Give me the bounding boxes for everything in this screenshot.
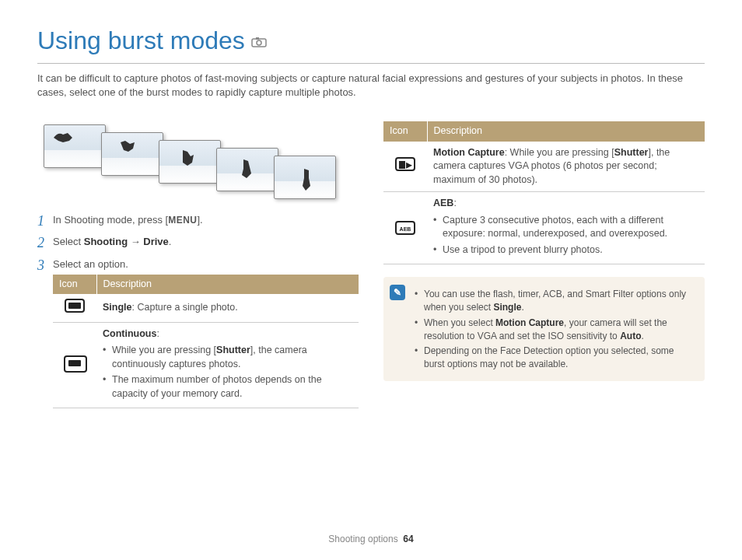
page-footer: Shooting options 64 bbox=[0, 533, 742, 546]
step-3: Select an option. Icon Description Singl… bbox=[37, 257, 359, 409]
left-column: In Shooting mode, press [MENU]. Select S… bbox=[37, 118, 359, 416]
table-row: Single: Capture a single photo. bbox=[53, 294, 359, 322]
table-row: Motion Capture: While you are pressing [… bbox=[383, 142, 705, 192]
table-row: Continuous: While you are pressing [Shut… bbox=[53, 322, 359, 408]
page-number: 64 bbox=[403, 534, 413, 544]
th-desc: Description bbox=[96, 275, 359, 295]
step-1: In Shooting mode, press [MENU]. bbox=[37, 213, 359, 227]
list-item: Use a tripod to prevent blurry photos. bbox=[433, 243, 698, 257]
th-icon: Icon bbox=[383, 121, 427, 142]
table-row: AEB AEB: Capture 3 consecutive photos, e… bbox=[383, 192, 705, 264]
menu-button-label: MENU bbox=[168, 215, 197, 226]
options-table-right: Icon Description Motion Capture: While y… bbox=[383, 121, 705, 264]
single-mode-icon bbox=[65, 299, 85, 313]
page-header: Using burst modes bbox=[37, 23, 705, 58]
note-icon: ✎ bbox=[390, 285, 405, 300]
list-item: Depending on the Face Detection option y… bbox=[415, 345, 695, 371]
options-table-left: Icon Description Single: Capture a singl… bbox=[53, 275, 359, 409]
step-2: Select Shooting → Drive. bbox=[37, 235, 359, 249]
note-box: ✎ You can use the flash, timer, ACB, and… bbox=[383, 277, 705, 381]
list-item: While you are pressing [Shutter], the ca… bbox=[103, 344, 352, 371]
svg-point-1 bbox=[257, 40, 261, 45]
burst-illustration bbox=[44, 124, 359, 194]
motion-capture-icon bbox=[395, 157, 415, 171]
th-icon: Icon bbox=[53, 275, 96, 295]
steps-list: In Shooting mode, press [MENU]. Select S… bbox=[37, 213, 359, 408]
aeb-mode-icon: AEB bbox=[395, 221, 415, 235]
footer-section: Shooting options bbox=[328, 534, 397, 544]
svg-rect-2 bbox=[256, 37, 259, 40]
page-title: Using burst modes bbox=[37, 23, 245, 58]
right-column: Icon Description Motion Capture: While y… bbox=[383, 118, 705, 416]
list-item: Capture 3 consecutive photos, each with … bbox=[433, 214, 698, 241]
list-item: When you select Motion Capture, your cam… bbox=[415, 317, 695, 343]
title-rule bbox=[37, 63, 705, 64]
intro-text: It can be difficult to capture photos of… bbox=[37, 72, 705, 100]
list-item: The maximum number of photos depends on … bbox=[103, 373, 352, 401]
camera-mode-icon bbox=[251, 35, 267, 52]
list-item: You can use the flash, timer, ACB, and S… bbox=[415, 288, 695, 314]
continuous-mode-icon bbox=[65, 356, 85, 370]
th-desc: Description bbox=[427, 121, 705, 142]
